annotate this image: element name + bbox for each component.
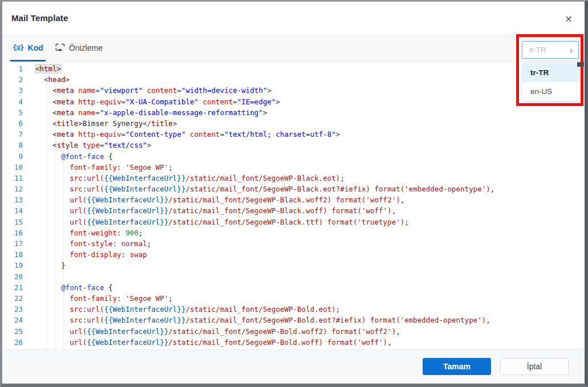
- dialog-title: Mail Template: [11, 13, 68, 23]
- mail-template-dialog: Mail Template ✕ {≡} Kod Önizlem: [0, 0, 588, 387]
- code-line: 13 url({{WebInterfaceUrl}}/static/mail_f…: [2, 194, 585, 205]
- code-line: 25 url({{WebInterfaceUrl}}/static/mail_f…: [2, 326, 585, 337]
- line-number: 9: [2, 151, 33, 162]
- line-number: 4: [2, 96, 33, 107]
- line-number: 17: [2, 238, 33, 249]
- line-number: 12: [2, 184, 33, 194]
- line-number: 22: [2, 293, 33, 304]
- code-line: 12 src:url({{WebInterfaceUrl}}/static/ma…: [2, 184, 585, 194]
- code-line: 15 url({{WebInterfaceUrl}}/static/mail_f…: [2, 217, 585, 227]
- code-line: 2 <head>: [2, 74, 585, 85]
- code-line: 21 @font-face {: [2, 282, 585, 293]
- dialog-header: Mail Template ✕: [2, 2, 585, 35]
- code-lines: 1<html>2 <head>3 <meta name="viewport" c…: [2, 63, 585, 349]
- code-line: 9 @font-face {: [2, 151, 585, 162]
- line-number: 8: [2, 140, 33, 150]
- line-number: 26: [2, 337, 33, 348]
- ok-button[interactable]: Tamam: [423, 358, 491, 375]
- cancel-button[interactable]: İptal: [500, 358, 569, 375]
- code-line: 7 <meta http-equiv="Content-type" conten…: [2, 129, 585, 140]
- code-line: 10 font-family: 'Segoe WP';: [2, 162, 585, 173]
- tab-bar: {≡} Kod Önizleme: [10, 35, 112, 62]
- code-line: 22 font-family: 'Segoe WP';: [2, 293, 585, 304]
- dialog-footer: Tamam İptal: [2, 349, 585, 384]
- code-line: 19 }: [2, 260, 585, 271]
- line-number: 18: [2, 249, 33, 260]
- line-number: 27: [2, 348, 33, 349]
- editor-scrollbar-thumb[interactable]: [577, 62, 584, 67]
- code-line: 27 url({{WebInterfaceUrl}}/static/mail_f…: [2, 348, 585, 349]
- code-line: 18 font-display: swap: [2, 249, 585, 260]
- code-line: 11 src:url({{WebInterfaceUrl}}/static/ma…: [2, 173, 585, 184]
- locale-select-value: tr-TR: [522, 46, 570, 54]
- locale-dropdown: tr-TR en-US: [522, 63, 580, 101]
- code-line: 20: [2, 271, 585, 282]
- line-number: 14: [2, 205, 33, 216]
- code-line: 3 <meta name="viewport" content="width=d…: [2, 85, 585, 96]
- dropdown-option-label: en-US: [530, 87, 552, 96]
- line-number: 11: [2, 173, 33, 184]
- code-line: 23 src:url({{WebInterfaceUrl}}/static/ma…: [2, 304, 585, 315]
- line-number: 24: [2, 315, 33, 325]
- code-line: 17 font-style: normal;: [2, 238, 585, 249]
- preview-eye-icon: [55, 43, 65, 52]
- code-line: 4 <meta http-equiv="X-UA-Compatible" con…: [2, 96, 585, 107]
- line-number: 16: [2, 227, 33, 238]
- code-line: 6 <title>Bimser Synergy</title>: [2, 118, 585, 129]
- line-number: 13: [2, 194, 33, 205]
- line-number: 5: [2, 107, 33, 118]
- line-number: 21: [2, 282, 33, 293]
- dropdown-option-en-US[interactable]: en-US: [522, 82, 580, 101]
- line-number: 20: [2, 271, 33, 282]
- tab-kod[interactable]: {≡} Kod: [10, 35, 46, 62]
- code-line: 8 <style type="text/css">: [2, 140, 585, 150]
- line-number: 10: [2, 162, 33, 173]
- tab-onizleme-label: Önizleme: [69, 43, 103, 52]
- dropdown-option-tr-TR[interactable]: tr-TR: [522, 63, 580, 82]
- line-number: 3: [2, 85, 33, 96]
- code-line: 26 url({{WebInterfaceUrl}}/static/mail_f…: [2, 337, 585, 348]
- code-line: 1<html>: [2, 63, 585, 74]
- line-number: 23: [2, 304, 33, 315]
- line-number: 7: [2, 129, 33, 140]
- code-line: 16 font-weight: 900;: [2, 227, 585, 238]
- code-line: 24 src:url({{WebInterfaceUrl}}/static/ma…: [2, 315, 585, 325]
- code-line: 5 <meta name="x-apple-disable-message-re…: [2, 107, 585, 118]
- line-number: 6: [2, 118, 33, 129]
- editor-toolbar: {≡} Kod Önizleme: [2, 35, 585, 62]
- line-number: 19: [2, 260, 33, 271]
- line-number: 2: [2, 74, 33, 85]
- code-braces-icon: {≡}: [13, 43, 24, 52]
- close-icon[interactable]: ✕: [562, 12, 575, 26]
- tab-kod-label: Kod: [28, 43, 43, 52]
- line-number: 25: [2, 326, 33, 337]
- locale-select[interactable]: tr-TR ›: [522, 41, 579, 59]
- code-line: 14 url({{WebInterfaceUrl}}/static/mail_f…: [2, 205, 585, 216]
- line-number: 1: [2, 63, 33, 74]
- tab-onizleme[interactable]: Önizleme: [53, 35, 105, 62]
- line-number: 15: [2, 217, 33, 227]
- chevron-right-icon: ›: [570, 46, 578, 54]
- code-editor[interactable]: 1<html>2 <head>3 <meta name="viewport" c…: [2, 62, 585, 349]
- dropdown-option-label: tr-TR: [530, 68, 549, 77]
